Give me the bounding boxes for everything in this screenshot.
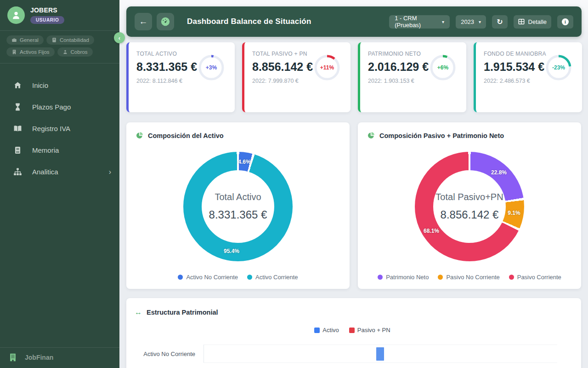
donut-card-pasivo: Composición Pasivo + Patrimonio Neto 22.…	[358, 122, 581, 289]
info-icon: i	[562, 18, 569, 25]
sidebar-item-analitica[interactable]: Analitica ›	[0, 161, 119, 183]
table-icon	[518, 18, 525, 25]
module-badge-label: General	[20, 37, 39, 43]
bar-activo	[376, 347, 384, 361]
sidebar-item-label: Analitica	[32, 168, 58, 176]
ledger-icon	[51, 37, 57, 43]
legend-label: Pasivo No Corriente	[446, 274, 499, 281]
chevron-down-icon: ▾	[442, 19, 444, 24]
module-badge-label: Activos Fijos	[20, 49, 50, 55]
chevron-right-icon: ›	[109, 168, 111, 176]
donut-legend: Patrimonio Neto Pasivo No Corriente Pasi…	[358, 274, 581, 281]
module-badge-label: Contabilidad	[60, 37, 89, 43]
user-block: JOBERS USUARIO	[0, 0, 119, 29]
bar-plot-area	[204, 345, 557, 363]
user-role-badge: USUARIO	[30, 16, 64, 24]
legend-item-pasivo-no-corriente[interactable]: Pasivo No Corriente	[438, 274, 499, 281]
company-select[interactable]: 1 - CRM (Pruebas) ▾	[389, 15, 450, 29]
sidebar-item-inicio[interactable]: Inicio	[0, 75, 119, 96]
dashboard-icon-button[interactable]	[157, 13, 174, 30]
legend-label: Activo Corriente	[255, 274, 298, 281]
kpi-card-total-activo: TOTAL ACTIVO 8.331.365 € 2022: 8.112.846…	[126, 42, 235, 112]
refresh-icon: ↻	[497, 17, 503, 26]
main-content: ← Dashboard Balance de Situación 1 - CRM…	[119, 0, 588, 368]
sidebar-footer: JobFinan	[0, 347, 119, 368]
module-badge-general[interactable]: General	[6, 35, 44, 45]
donut-center-value: 8.856.142 €	[441, 208, 499, 221]
user-avatar[interactable]	[7, 6, 25, 24]
module-badge-cobros[interactable]: Cobros	[57, 47, 93, 57]
donut-slice-label: 9.1%	[508, 210, 520, 216]
bar-row-label: Activo No Corriente	[135, 345, 195, 363]
kpi-title: FONDO DE MANIOBRA	[484, 50, 553, 58]
bar-row-activo-no-corriente: Activo No Corriente	[135, 345, 570, 363]
legend-item-activo[interactable]: Activo	[314, 327, 339, 334]
back-arrow-icon: ←	[139, 17, 148, 27]
structure-card: ↔ Estructura Patrimonial Activo Pasivo +…	[126, 298, 581, 368]
legend-item-pasivo-pn[interactable]: Pasivo + PN	[349, 327, 390, 334]
module-badge-activos-fijos[interactable]: Activos Fijos	[6, 47, 55, 57]
legend-item-patrimonio-neto[interactable]: Patrimonio Neto	[378, 274, 429, 281]
kpi-title: PATRIMONIO NETO	[368, 50, 437, 58]
kpi-title: TOTAL PASIVO + PN	[252, 50, 321, 58]
structure-chart-title: Estructura Patrimonial	[147, 309, 218, 316]
detalle-label: Detalle	[528, 18, 547, 25]
pie-icon	[136, 132, 143, 139]
donut-chart-title: Composición del Activo	[148, 132, 224, 139]
module-badge-label: Cobros	[71, 49, 88, 55]
year-select[interactable]: 2023 ▾	[456, 15, 486, 29]
donut-card-activo: Composición del Activo 4.6%95.4% Total A…	[126, 122, 350, 289]
legend-dot	[247, 275, 252, 280]
legend-label: Activo No Corriente	[186, 274, 238, 281]
kpi-row: TOTAL ACTIVO 8.331.365 € 2022: 8.112.846…	[126, 42, 582, 112]
kpi-delta-badge: -23%	[545, 54, 572, 81]
back-button[interactable]: ←	[135, 13, 152, 30]
company-select-value: 1 - CRM (Pruebas)	[395, 15, 437, 29]
chevron-left-icon: ‹	[119, 34, 120, 41]
sitemap-icon	[13, 167, 22, 176]
info-button[interactable]: i	[557, 15, 573, 29]
page-header: ← Dashboard Balance de Situación 1 - CRM…	[126, 6, 582, 37]
detalle-button[interactable]: Detalle	[514, 15, 551, 29]
person-icon	[62, 49, 68, 55]
page-title: Dashboard Balance de Situación	[187, 17, 311, 26]
arrows-horizontal-icon: ↔	[135, 308, 142, 316]
header-actions: 1 - CRM (Pruebas) ▾ 2023 ▾ ↻ Detalle i	[389, 15, 573, 29]
refresh-button[interactable]: ↻	[492, 15, 507, 29]
kpi-delta-badge: +6%	[430, 54, 456, 81]
sidebar-menu: Inicio Plazos Pago Registro IVA Memoria …	[0, 75, 119, 183]
donut-slice-label: 4.6%	[238, 159, 250, 165]
donut-center-label: Total Activo	[215, 192, 261, 202]
sidebar-collapse-button[interactable]: ‹	[114, 32, 125, 43]
home-icon	[13, 81, 22, 90]
sidebar-item-label: Inicio	[32, 81, 48, 89]
donut-chart: 22.8%9.1%68.1% Total Pasivo+PN 8.856.142…	[415, 152, 524, 261]
legend-item-pasivo-corriente[interactable]: Pasivo Corriente	[509, 274, 561, 281]
sidebar-item-plazos-pago[interactable]: Plazos Pago	[0, 96, 119, 118]
structure-chart-legend: Activo Pasivo + PN	[135, 327, 570, 334]
pie-icon	[367, 132, 375, 139]
legend-label: Pasivo + PN	[357, 327, 390, 334]
user-name: JOBERS	[30, 6, 64, 14]
hourglass-icon	[13, 103, 22, 111]
donut-legend: Activo No Corriente Activo Corriente	[126, 274, 350, 281]
legend-swatch	[349, 328, 355, 333]
legend-dot	[378, 275, 383, 280]
legend-item-activo-no-corriente[interactable]: Activo No Corriente	[178, 274, 238, 281]
module-badge-contabilidad[interactable]: Contabilidad	[46, 35, 94, 45]
sidebar-item-registro-iva[interactable]: Registro IVA	[0, 118, 119, 139]
sidebar-divider	[0, 63, 119, 63]
sidebar-item-label: Memoria	[32, 146, 59, 154]
person-icon	[11, 10, 21, 20]
donut-chart-title: Composición Pasivo + Patrimonio Neto	[379, 132, 504, 139]
notebook-icon	[13, 146, 22, 155]
sidebar: JOBERS USUARIO General Contabilidad Acti…	[0, 0, 119, 368]
kpi-title: TOTAL ACTIVO	[136, 50, 205, 58]
building-icon	[11, 49, 17, 55]
sidebar-item-memoria[interactable]: Memoria	[0, 139, 119, 161]
chevron-down-icon: ▾	[479, 19, 481, 24]
legend-item-activo-corriente[interactable]: Activo Corriente	[247, 274, 298, 281]
legend-dot	[509, 275, 514, 280]
building-icon	[8, 353, 17, 362]
legend-label: Activo	[322, 327, 339, 334]
